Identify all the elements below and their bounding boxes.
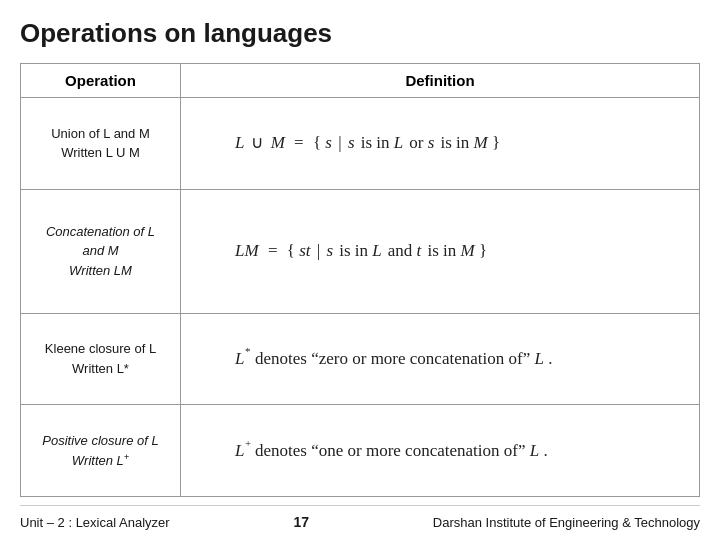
footer-page-number: 17 — [293, 514, 309, 530]
operations-table: Operation Definition Union of L and MWri… — [20, 63, 700, 497]
col-header-operation: Operation — [21, 64, 181, 98]
def-cell-positive: L + denotes “one or more concatenation o… — [181, 405, 700, 497]
op-label-positive: Positive closure of LWritten L+ — [31, 431, 170, 470]
footer: Unit – 2 : Lexical Analyzer 17 Darshan I… — [20, 505, 700, 530]
svg-text:*: * — [245, 345, 251, 357]
op-cell-kleene: Kleene closure of LWritten L* — [21, 313, 181, 405]
svg-text:denotes “zero or more concaten: denotes “zero or more concatenation of” … — [255, 349, 552, 368]
svg-text:denotes “one or more concatena: denotes “one or more concatenation of” L… — [255, 441, 548, 460]
def-cell-union: L ∪ M = { s | s is in L or — [181, 98, 700, 190]
def-cell-kleene: L * denotes “zero or more concatenation … — [181, 313, 700, 405]
def-formula-kleene: L * denotes “zero or more concatenation … — [191, 339, 689, 379]
table-row: Union of L and MWritten L U M L ∪ M = { — [21, 98, 700, 190]
op-cell-positive: Positive closure of LWritten L+ — [21, 405, 181, 497]
page-title: Operations on languages — [20, 18, 700, 49]
svg-text:L: L — [234, 349, 244, 368]
footer-institute: Darshan Institute of Engineering & Techn… — [433, 515, 700, 530]
col-header-definition: Definition — [181, 64, 700, 98]
table-row: Concatenation of Land MWritten LM LM = {… — [21, 189, 700, 313]
svg-text:L
                ∪
          : L ∪ M = { s | s is in L or — [234, 133, 500, 152]
def-formula-concat: LM = { st | s is in L and t is in — [191, 231, 689, 271]
def-formula-positive: L + denotes “one or more concatenation o… — [191, 431, 689, 471]
svg-text:LM
                =
         : LM = { st | s is in L and t is in — [234, 241, 487, 260]
op-label-kleene: Kleene closure of LWritten L* — [31, 339, 170, 378]
page-container: Operations on languages Operation Defini… — [0, 0, 720, 540]
op-label-union: Union of L and MWritten L U M — [31, 124, 170, 163]
svg-text:L: L — [234, 441, 244, 460]
table-row: Positive closure of LWritten L+ L + deno… — [21, 405, 700, 497]
svg-text:+: + — [245, 437, 251, 449]
def-cell-concat: LM = { st | s is in L and t is in — [181, 189, 700, 313]
op-cell-union: Union of L and MWritten L U M — [21, 98, 181, 190]
table-row: Kleene closure of LWritten L* L * denote… — [21, 313, 700, 405]
def-formula-union: L ∪ M = { s | s is in L or — [191, 123, 689, 163]
footer-unit: Unit – 2 : Lexical Analyzer — [20, 515, 170, 530]
op-cell-concat: Concatenation of Land MWritten LM — [21, 189, 181, 313]
op-label-concat: Concatenation of Land MWritten LM — [31, 222, 170, 281]
